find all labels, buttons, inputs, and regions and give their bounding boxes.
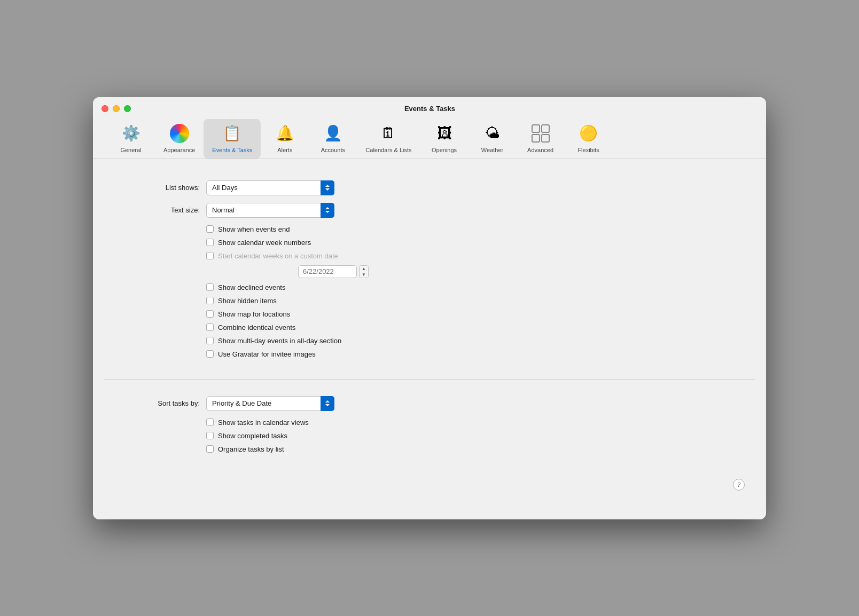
tasks-checkboxes-area: Show tasks in calendar views Show comple…: [206, 418, 745, 453]
toolbar-label-accounts: Accounts: [321, 147, 345, 153]
titlebar: Events & Tasks ⚙️ General Appearance 📋 E…: [93, 97, 766, 159]
toolbar-label-events-tasks: Events & Tasks: [212, 147, 252, 153]
show-tasks-calendar-checkbox[interactable]: [206, 418, 214, 426]
toolbar-label-openings: Openings: [432, 147, 457, 153]
show-week-numbers-checkbox[interactable]: [206, 239, 214, 246]
minimize-button[interactable]: [113, 105, 120, 112]
sort-tasks-label: Sort tasks by:: [114, 399, 200, 407]
show-completed-checkbox[interactable]: [206, 432, 214, 439]
toolbar-label-advanced: Advanced: [527, 147, 553, 153]
show-map-label: Show map for locations: [218, 310, 290, 318]
toolbar-item-events-tasks[interactable]: 📋 Events & Tasks: [204, 119, 261, 159]
use-gravatar-label: Use Gravatar for invitee images: [218, 350, 316, 358]
date-stepper[interactable]: ▲ ▼: [359, 265, 369, 278]
text-size-row: Text size: Small Normal Large: [114, 203, 745, 218]
appearance-icon: [169, 123, 190, 144]
combine-identical-label: Combine identical events: [218, 323, 295, 331]
date-field-wrapper: ▲ ▼: [298, 265, 745, 278]
weather-icon: 🌤: [482, 123, 503, 144]
show-hidden-checkbox[interactable]: [206, 297, 214, 304]
toolbar-label-alerts: Alerts: [277, 147, 292, 153]
svg-rect-0: [532, 125, 540, 132]
list-shows-label: List shows:: [114, 184, 200, 192]
preferences-window: Events & Tasks ⚙️ General Appearance 📋 E…: [93, 97, 766, 519]
checkbox-row-show-completed: Show completed tasks: [206, 432, 745, 440]
show-events-end-checkbox[interactable]: [206, 225, 214, 233]
list-shows-row: List shows: All Days Today This Week Nex…: [114, 180, 745, 195]
toolbar: ⚙️ General Appearance 📋 Events & Tasks 🔔…: [101, 119, 758, 159]
events-section: List shows: All Days Today This Week Nex…: [93, 175, 766, 374]
alerts-icon: 🔔: [275, 123, 295, 144]
checkbox-row-show-events-end: Show when events end: [206, 225, 745, 233]
svg-rect-3: [542, 135, 549, 142]
toolbar-item-advanced[interactable]: Advanced: [517, 119, 565, 159]
checkbox-row-show-declined: Show declined events: [206, 283, 745, 291]
accounts-icon: 👤: [323, 123, 343, 144]
custom-date-input[interactable]: [298, 265, 357, 278]
toolbar-item-calendars-lists[interactable]: 🗓 Calendars & Lists: [357, 119, 420, 159]
svg-rect-2: [532, 135, 540, 142]
checkboxes-area: Show when events end Show calendar week …: [206, 225, 745, 358]
show-tasks-calendar-label: Show tasks in calendar views: [218, 418, 309, 427]
checkbox-row-combine-identical: Combine identical events: [206, 323, 745, 331]
checkbox-row-show-multiday: Show multi-day events in all-day section: [206, 337, 745, 345]
organize-by-list-label: Organize tasks by list: [218, 445, 284, 453]
toolbar-item-openings[interactable]: 🖼 Openings: [420, 119, 468, 159]
text-size-select-wrapper: Small Normal Large: [206, 203, 334, 218]
combine-identical-checkbox[interactable]: [206, 323, 214, 331]
start-calendar-weeks-label: Start calendar weeks on a custom date: [218, 252, 338, 260]
show-week-numbers-label: Show calendar week numbers: [218, 239, 311, 247]
openings-icon: 🖼: [434, 123, 455, 144]
toolbar-label-flexibits: Flexibits: [577, 147, 599, 153]
show-multiday-label: Show multi-day events in all-day section: [218, 337, 341, 345]
toolbar-item-appearance[interactable]: Appearance: [155, 119, 204, 159]
date-stepper-down[interactable]: ▼: [360, 272, 368, 278]
help-button[interactable]: ?: [733, 479, 745, 491]
date-stepper-up[interactable]: ▲: [360, 266, 368, 272]
advanced-icon: [530, 123, 551, 144]
text-size-select[interactable]: Small Normal Large: [206, 203, 334, 218]
toolbar-item-weather[interactable]: 🌤 Weather: [468, 119, 517, 159]
toolbar-label-calendars-lists: Calendars & Lists: [365, 147, 411, 153]
toolbar-label-appearance: Appearance: [163, 147, 195, 153]
use-gravatar-checkbox[interactable]: [206, 350, 214, 358]
traffic-lights: [101, 105, 131, 112]
section-divider: [104, 380, 755, 380]
checkbox-row-organize-by-list: Organize tasks by list: [206, 445, 745, 453]
show-multiday-checkbox[interactable]: [206, 337, 214, 344]
toolbar-item-flexibits[interactable]: 🟡 Flexibits: [565, 119, 613, 159]
close-button[interactable]: [101, 105, 108, 112]
events-tasks-icon: 📋: [222, 123, 243, 144]
maximize-button[interactable]: [124, 105, 131, 112]
gear-icon: ⚙️: [121, 123, 141, 144]
tasks-section: Sort tasks by: Priority & Due Date Due D…: [93, 391, 766, 469]
calendars-icon: 🗓: [378, 123, 399, 144]
checkbox-row-show-hidden: Show hidden items: [206, 297, 745, 305]
checkbox-row-show-tasks-calendar: Show tasks in calendar views: [206, 418, 745, 427]
flexibits-icon: 🟡: [579, 123, 599, 144]
checkbox-row-show-map: Show map for locations: [206, 310, 745, 318]
toolbar-item-accounts[interactable]: 👤 Accounts: [309, 119, 357, 159]
show-map-checkbox[interactable]: [206, 310, 214, 318]
show-declined-checkbox[interactable]: [206, 283, 214, 291]
main-content: List shows: All Days Today This Week Nex…: [93, 159, 766, 519]
sort-tasks-row: Sort tasks by: Priority & Due Date Due D…: [114, 396, 745, 411]
toolbar-label-weather: Weather: [481, 147, 503, 153]
organize-by-list-checkbox[interactable]: [206, 445, 214, 453]
toolbar-label-general: General: [120, 147, 141, 153]
toolbar-item-general[interactable]: ⚙️ General: [107, 119, 155, 159]
list-shows-select[interactable]: All Days Today This Week Next 7 Days: [206, 180, 334, 195]
toolbar-item-alerts[interactable]: 🔔 Alerts: [261, 119, 309, 159]
checkbox-row-start-calendar-weeks: Start calendar weeks on a custom date: [206, 252, 745, 260]
show-completed-label: Show completed tasks: [218, 432, 287, 440]
show-declined-label: Show declined events: [218, 283, 285, 291]
checkbox-row-show-week-numbers: Show calendar week numbers: [206, 239, 745, 247]
show-hidden-label: Show hidden items: [218, 297, 277, 305]
text-size-label: Text size:: [114, 206, 200, 214]
svg-rect-1: [542, 125, 549, 132]
list-shows-select-wrapper: All Days Today This Week Next 7 Days: [206, 180, 334, 195]
sort-tasks-select[interactable]: Priority & Due Date Due Date Priority Ti…: [206, 396, 334, 411]
sort-tasks-select-wrapper: Priority & Due Date Due Date Priority Ti…: [206, 396, 334, 411]
start-calendar-weeks-checkbox[interactable]: [206, 252, 214, 259]
show-events-end-label: Show when events end: [218, 225, 290, 233]
